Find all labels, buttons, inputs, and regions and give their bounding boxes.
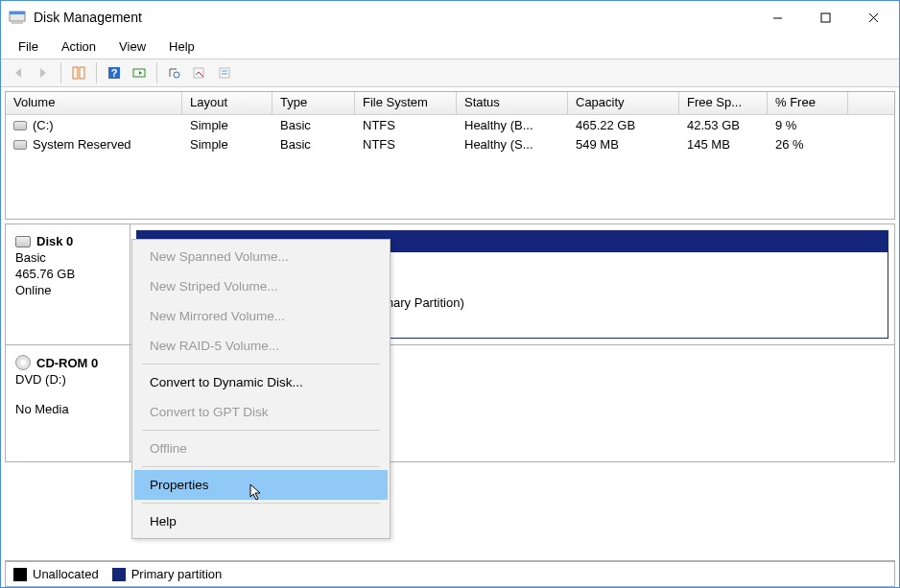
- help-icon[interactable]: ?: [103, 61, 126, 84]
- window-controls: [755, 3, 895, 32]
- volume-cell-name: System Reserved: [6, 136, 182, 153]
- close-button[interactable]: [851, 3, 895, 32]
- menu-view[interactable]: View: [109, 37, 155, 56]
- volume-cell-pctfree: 26 %: [768, 136, 848, 153]
- menu-help[interactable]: Help: [159, 37, 204, 56]
- cursor-icon: [249, 483, 263, 504]
- volume-list-header: Volume Layout Type File System Status Ca…: [6, 92, 894, 115]
- svg-rect-7: [73, 67, 78, 79]
- legend-label-unallocated: Unallocated: [33, 567, 99, 581]
- legend-label-primary: Primary partition: [131, 567, 223, 581]
- volume-cell-capacity: 465.22 GB: [568, 117, 679, 133]
- menu-bar: File Action View Help: [1, 34, 899, 59]
- svg-rect-2: [12, 22, 23, 24]
- svg-point-12: [174, 72, 179, 78]
- drive-icon: [13, 140, 27, 150]
- menu-new-mirrored-volume: New Mirrored Volume...: [134, 301, 388, 331]
- volume-cell-pctfree: 9 %: [768, 117, 848, 133]
- app-icon: [9, 9, 26, 26]
- svg-rect-14: [220, 68, 229, 78]
- toolbar-separator: [156, 62, 157, 83]
- volume-cell-type: Basic: [272, 136, 355, 153]
- volume-cell-status: Healthy (B...: [457, 117, 568, 133]
- action-icon[interactable]: [128, 61, 151, 84]
- svg-rect-8: [80, 67, 84, 79]
- volume-cell-layout: Simple: [182, 136, 272, 153]
- column-header-filesystem[interactable]: File System: [355, 92, 457, 114]
- column-header-status[interactable]: Status: [457, 92, 568, 114]
- legend-swatch-unallocated: [13, 568, 27, 581]
- volume-cell-name: (C:): [6, 117, 182, 133]
- properties-icon[interactable]: [213, 61, 236, 84]
- column-header-volume[interactable]: Volume: [6, 92, 182, 114]
- disk-icon: [15, 236, 31, 247]
- window-title: Disk Management: [34, 10, 755, 25]
- forward-button[interactable]: [32, 61, 55, 84]
- disk-type: DVD (D:): [15, 372, 120, 387]
- column-header-type[interactable]: Type: [272, 92, 355, 114]
- volume-cell-capacity: 549 MB: [568, 136, 679, 153]
- volume-cell-status: Healthy (S...: [457, 136, 568, 153]
- volume-cell-freespace: 42.53 GB: [679, 117, 768, 133]
- volume-cell-type: Basic: [272, 117, 355, 133]
- column-header-pctfree[interactable]: % Free: [768, 92, 848, 114]
- drive-icon: [13, 121, 27, 130]
- svg-rect-1: [10, 12, 25, 14]
- volume-cell-filesystem: NTFS: [355, 136, 457, 153]
- disk-management-window: Disk Management File Action View Help ? …: [0, 0, 900, 588]
- volume-cell-freespace: 145 MB: [679, 136, 768, 153]
- toolbar-separator: [96, 62, 97, 83]
- disk-state: No Media: [15, 402, 120, 416]
- refresh-icon[interactable]: [163, 61, 186, 84]
- cdrom-icon: [15, 355, 31, 370]
- title-bar: Disk Management: [1, 1, 899, 34]
- menu-separator: [142, 364, 380, 365]
- disk-size: 465.76 GB: [15, 267, 120, 281]
- disk-name: Disk 0: [15, 234, 120, 248]
- menu-properties[interactable]: Properties: [134, 470, 388, 500]
- settings-list-icon[interactable]: [188, 61, 211, 84]
- disk-info-pane[interactable]: Disk 0 Basic 465.76 GB Online: [6, 224, 130, 344]
- menu-convert-dynamic[interactable]: Convert to Dynamic Disk...: [134, 367, 388, 397]
- volume-list-panel: Volume Layout Type File System Status Ca…: [5, 91, 895, 220]
- disk-info-pane[interactable]: CD-ROM 0 DVD (D:) No Media: [6, 345, 130, 461]
- menu-help[interactable]: Help: [134, 506, 388, 536]
- volume-cell-layout: Simple: [182, 117, 272, 133]
- menu-separator: [142, 466, 380, 467]
- volume-list-body[interactable]: (C:) Simple Basic NTFS Healthy (B... 465…: [6, 115, 894, 219]
- svg-text:?: ?: [111, 67, 118, 79]
- svg-rect-13: [194, 68, 203, 78]
- toolbar: ?: [1, 59, 899, 87]
- menu-new-striped-volume: New Striped Volume...: [134, 271, 388, 301]
- disk-state: Online: [15, 283, 120, 297]
- volume-row[interactable]: System Reserved Simple Basic NTFS Health…: [6, 134, 894, 153]
- minimize-button[interactable]: [755, 3, 799, 32]
- legend-swatch-primary: [112, 568, 126, 581]
- show-hide-console-icon[interactable]: [67, 61, 90, 84]
- menu-new-raid5-volume: New RAID-5 Volume...: [134, 331, 388, 361]
- column-header-blank: [848, 92, 894, 114]
- column-header-capacity[interactable]: Capacity: [568, 92, 679, 114]
- disk-type: Basic: [15, 250, 120, 265]
- menu-offline: Offline: [134, 434, 388, 463]
- back-button[interactable]: [7, 61, 30, 84]
- toolbar-separator: [60, 62, 61, 83]
- volume-row[interactable]: (C:) Simple Basic NTFS Healthy (B... 465…: [6, 115, 894, 134]
- disk-name: CD-ROM 0: [15, 355, 120, 370]
- menu-file[interactable]: File: [9, 37, 48, 56]
- column-header-freespace[interactable]: Free Sp...: [679, 92, 768, 114]
- menu-action[interactable]: Action: [52, 37, 106, 56]
- svg-rect-4: [821, 13, 830, 22]
- menu-convert-gpt: Convert to GPT Disk: [134, 397, 388, 427]
- volume-cell-filesystem: NTFS: [355, 117, 457, 133]
- menu-new-spanned-volume: New Spanned Volume...: [134, 242, 388, 271]
- column-header-layout[interactable]: Layout: [182, 92, 272, 114]
- maximize-button[interactable]: [803, 3, 847, 32]
- legend-bar: Unallocated Primary partition: [5, 560, 895, 587]
- menu-separator: [142, 430, 380, 431]
- disk-context-menu: New Spanned Volume... New Striped Volume…: [131, 239, 391, 539]
